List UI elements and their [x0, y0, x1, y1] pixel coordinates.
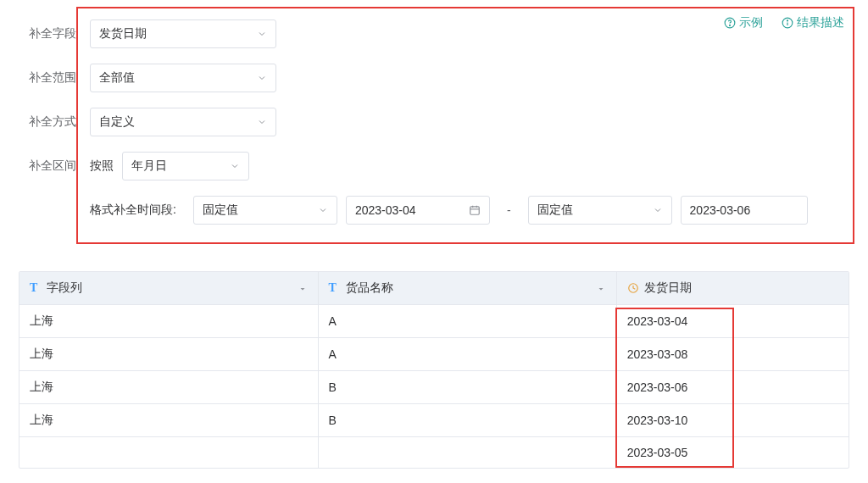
method-label: 补全方式: [29, 114, 83, 130]
table-cell: 上海: [19, 338, 318, 371]
table-cell: B: [318, 371, 616, 404]
table-cell: 上海: [19, 404, 318, 437]
table-cell: A: [318, 305, 616, 338]
table-row: 上海A2023-03-08: [19, 338, 849, 371]
range-start-type-select[interactable]: 固定值: [193, 196, 337, 225]
table-header-col3[interactable]: 发货日期: [616, 272, 849, 305]
text-type-icon: T: [329, 282, 341, 294]
format-range-label: 格式补全时间段:: [90, 203, 176, 218]
table-row: 上海A2023-03-04: [19, 305, 849, 338]
table-header-col3-label: 发货日期: [644, 280, 692, 296]
field-label: 补全字段: [29, 26, 83, 42]
table-row: 2023-03-05: [19, 437, 849, 469]
interval-label: 补全区间: [29, 158, 83, 174]
range-end-type-select[interactable]: 固定值: [528, 196, 672, 225]
table-cell: 2023-03-05: [616, 437, 849, 469]
table-cell: 2023-03-08: [616, 338, 849, 371]
caret-down-icon[interactable]: [596, 283, 606, 293]
chevron-down-icon: [257, 29, 267, 39]
field-select-value: 发货日期: [99, 26, 250, 42]
chevron-down-icon: [257, 117, 267, 127]
table-header-col2[interactable]: T 货品名称: [318, 272, 616, 305]
chevron-down-icon: [318, 205, 328, 215]
range-end-date-input[interactable]: 2023-03-06: [681, 196, 808, 225]
caret-down-icon[interactable]: [298, 283, 308, 293]
table-cell: 上海: [19, 305, 318, 338]
chevron-down-icon: [653, 205, 663, 215]
table-header-col2-label: 货品名称: [346, 280, 393, 296]
chevron-down-icon: [257, 73, 267, 83]
clock-icon: [627, 282, 639, 294]
method-select[interactable]: 自定义: [90, 108, 276, 136]
table-cell: 2023-03-06: [616, 371, 849, 404]
result-table: T 字段列 T 货品名称: [19, 271, 849, 469]
field-select[interactable]: 发货日期: [90, 19, 276, 48]
interval-by-label: 按照: [90, 158, 114, 174]
range-start-type-value: 固定值: [203, 203, 311, 218]
table-cell: B: [318, 404, 616, 437]
table-row: 上海B2023-03-10: [19, 404, 849, 437]
range-start-date-input[interactable]: 2023-03-04: [346, 196, 490, 225]
table-cell: 上海: [19, 371, 318, 404]
range-end-type-value: 固定值: [537, 203, 646, 218]
table-cell: [318, 437, 616, 469]
range-end-date-value: 2023-03-06: [690, 203, 751, 217]
method-select-value: 自定义: [99, 114, 250, 130]
range-start-date-value: 2023-03-04: [355, 203, 416, 217]
table-cell: A: [318, 338, 616, 371]
text-type-icon: T: [30, 282, 42, 294]
calendar-icon: [469, 204, 481, 216]
interval-unit-select[interactable]: 年月日: [122, 152, 249, 180]
table-header-col1-label: 字段列: [47, 280, 82, 296]
scope-select[interactable]: 全部值: [90, 64, 276, 92]
config-panel: 示例 结果描述 补全字段 发货日期 补全范围 全部值: [76, 7, 854, 244]
scope-label: 补全范围: [29, 70, 83, 86]
svg-rect-5: [470, 207, 480, 214]
range-dash: -: [507, 203, 511, 217]
table-cell: 2023-03-04: [616, 305, 849, 338]
table-row: 上海B2023-03-06: [19, 371, 849, 404]
scope-select-value: 全部值: [99, 70, 250, 86]
chevron-down-icon: [230, 161, 240, 171]
table-header-col1[interactable]: T 字段列: [19, 272, 318, 305]
table-cell: [19, 437, 318, 469]
interval-unit-value: 年月日: [131, 158, 223, 174]
table-cell: 2023-03-10: [616, 404, 849, 437]
